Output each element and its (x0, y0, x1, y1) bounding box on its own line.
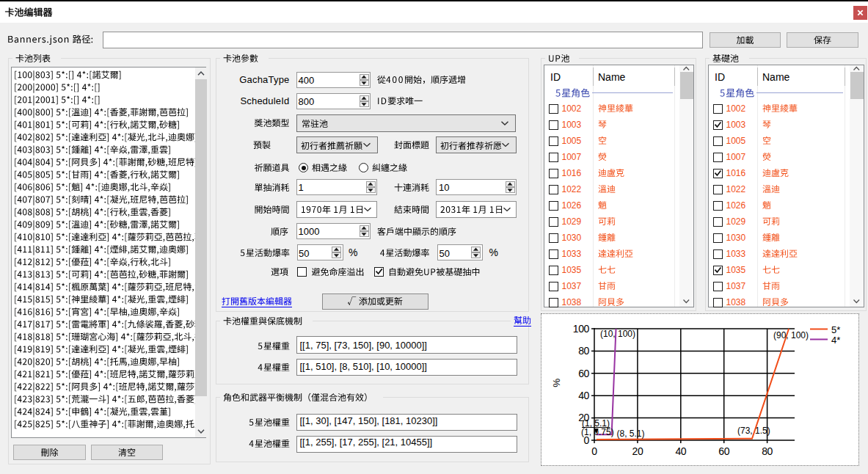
svg-text:40: 40 (675, 445, 686, 457)
svg-text:(73, 1.5): (73, 1.5) (737, 426, 770, 436)
svg-text:60: 60 (718, 445, 729, 457)
svg-text:100: 100 (573, 323, 590, 335)
svg-text:(8, 5.1): (8, 5.1) (617, 429, 645, 439)
svg-text:(1, 0.75): (1, 0.75) (581, 427, 614, 437)
svg-text:20: 20 (632, 445, 643, 457)
svg-text:4*: 4* (831, 335, 840, 346)
svg-text:0: 0 (591, 445, 597, 457)
svg-text:(10, 100): (10, 100) (600, 329, 635, 339)
svg-text:%: % (551, 379, 562, 387)
svg-text:5*: 5* (831, 324, 840, 335)
svg-text:40: 40 (578, 390, 589, 401)
svg-text:60: 60 (578, 368, 589, 379)
svg-text:80: 80 (578, 345, 589, 357)
svg-text:(90, 100): (90, 100) (773, 330, 809, 340)
svg-text:80: 80 (762, 445, 773, 457)
